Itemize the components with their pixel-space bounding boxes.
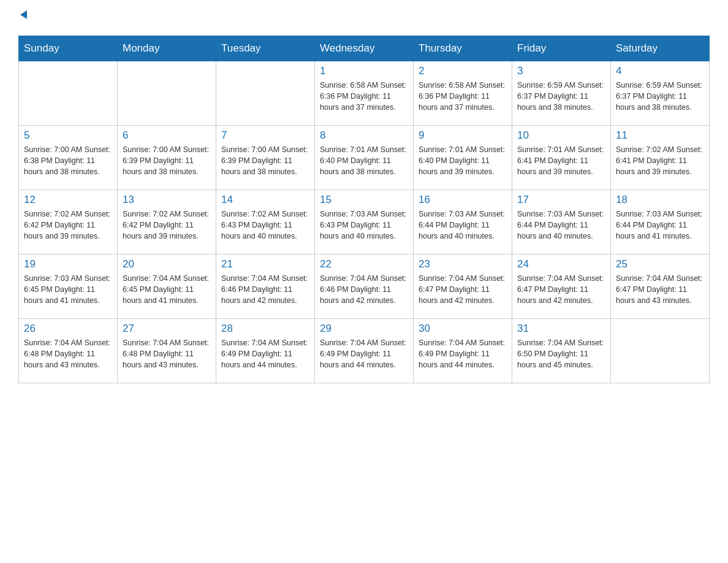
day-number: 6 [123, 129, 211, 142]
day-info: Sunrise: 6:58 AM Sunset: 6:36 PM Dayligh… [419, 80, 507, 113]
day-number: 28 [221, 323, 309, 335]
day-info: Sunrise: 7:01 AM Sunset: 6:40 PM Dayligh… [419, 144, 507, 177]
calendar-cell [216, 61, 315, 126]
header-row: SundayMondayTuesdayWednesdayThursdayFrid… [19, 36, 710, 61]
day-number: 2 [419, 65, 507, 77]
day-info: Sunrise: 7:04 AM Sunset: 6:45 PM Dayligh… [123, 273, 211, 306]
calendar-cell: 13Sunrise: 7:02 AM Sunset: 6:42 PM Dayli… [118, 190, 216, 255]
day-number: 24 [517, 258, 605, 270]
day-number: 4 [616, 65, 704, 77]
day-number: 1 [320, 65, 408, 77]
calendar-cell: 22Sunrise: 7:04 AM Sunset: 6:46 PM Dayli… [315, 255, 414, 319]
day-info: Sunrise: 7:01 AM Sunset: 6:41 PM Dayligh… [517, 144, 605, 177]
day-info: Sunrise: 7:04 AM Sunset: 6:48 PM Dayligh… [24, 337, 112, 370]
day-info: Sunrise: 6:59 AM Sunset: 6:37 PM Dayligh… [517, 80, 605, 113]
calendar-cell: 24Sunrise: 7:04 AM Sunset: 6:47 PM Dayli… [512, 255, 611, 319]
calendar-cell: 27Sunrise: 7:04 AM Sunset: 6:48 PM Dayli… [118, 319, 216, 383]
calendar-cell: 19Sunrise: 7:03 AM Sunset: 6:45 PM Dayli… [19, 255, 118, 319]
day-info: Sunrise: 7:04 AM Sunset: 6:47 PM Dayligh… [517, 273, 605, 306]
calendar-cell: 21Sunrise: 7:04 AM Sunset: 6:46 PM Dayli… [216, 255, 315, 319]
day-number: 30 [419, 323, 507, 335]
day-info: Sunrise: 7:04 AM Sunset: 6:46 PM Dayligh… [320, 273, 408, 306]
day-number: 3 [517, 65, 605, 77]
day-number: 31 [517, 323, 605, 335]
day-header-tuesday: Tuesday [216, 36, 315, 61]
calendar-cell: 5Sunrise: 7:00 AM Sunset: 6:38 PM Daylig… [19, 126, 118, 190]
day-info: Sunrise: 7:03 AM Sunset: 6:44 PM Dayligh… [419, 209, 507, 242]
day-header-thursday: Thursday [414, 36, 512, 61]
day-info: Sunrise: 7:04 AM Sunset: 6:49 PM Dayligh… [221, 337, 309, 370]
calendar-cell: 1Sunrise: 6:58 AM Sunset: 6:36 PM Daylig… [315, 61, 414, 126]
calendar-cell: 9Sunrise: 7:01 AM Sunset: 6:40 PM Daylig… [414, 126, 512, 190]
week-row-5: 26Sunrise: 7:04 AM Sunset: 6:48 PM Dayli… [19, 319, 710, 383]
day-info: Sunrise: 7:04 AM Sunset: 6:50 PM Dayligh… [517, 337, 605, 370]
day-number: 19 [24, 258, 112, 270]
day-info: Sunrise: 7:03 AM Sunset: 6:45 PM Dayligh… [24, 273, 112, 306]
day-number: 14 [221, 194, 309, 206]
calendar-cell: 6Sunrise: 7:00 AM Sunset: 6:39 PM Daylig… [118, 126, 216, 190]
day-info: Sunrise: 7:00 AM Sunset: 6:39 PM Dayligh… [221, 144, 309, 177]
calendar-cell [611, 319, 710, 383]
day-info: Sunrise: 6:59 AM Sunset: 6:37 PM Dayligh… [616, 80, 704, 113]
day-info: Sunrise: 7:04 AM Sunset: 6:49 PM Dayligh… [320, 337, 408, 370]
week-row-4: 19Sunrise: 7:03 AM Sunset: 6:45 PM Dayli… [19, 255, 710, 319]
calendar-cell: 2Sunrise: 6:58 AM Sunset: 6:36 PM Daylig… [414, 61, 512, 126]
week-row-3: 12Sunrise: 7:02 AM Sunset: 6:42 PM Dayli… [19, 190, 710, 255]
calendar-cell [19, 61, 118, 126]
day-number: 27 [123, 323, 211, 335]
day-info: Sunrise: 7:03 AM Sunset: 6:44 PM Dayligh… [616, 209, 704, 242]
week-row-2: 5Sunrise: 7:00 AM Sunset: 6:38 PM Daylig… [19, 126, 710, 190]
day-number: 17 [517, 194, 605, 206]
day-number: 16 [419, 194, 507, 206]
calendar-cell: 8Sunrise: 7:01 AM Sunset: 6:40 PM Daylig… [315, 126, 414, 190]
day-number: 11 [616, 129, 704, 142]
day-number: 21 [221, 258, 309, 270]
day-info: Sunrise: 7:04 AM Sunset: 6:49 PM Dayligh… [419, 337, 507, 370]
calendar-cell: 20Sunrise: 7:04 AM Sunset: 6:45 PM Dayli… [118, 255, 216, 319]
day-info: Sunrise: 7:04 AM Sunset: 6:47 PM Dayligh… [419, 273, 507, 306]
calendar-cell: 29Sunrise: 7:04 AM Sunset: 6:49 PM Dayli… [315, 319, 414, 383]
day-info: Sunrise: 7:00 AM Sunset: 6:38 PM Dayligh… [24, 144, 112, 177]
calendar-cell: 10Sunrise: 7:01 AM Sunset: 6:41 PM Dayli… [512, 126, 611, 190]
calendar-cell: 14Sunrise: 7:02 AM Sunset: 6:43 PM Dayli… [216, 190, 315, 255]
calendar-cell: 26Sunrise: 7:04 AM Sunset: 6:48 PM Dayli… [19, 319, 118, 383]
day-number: 8 [320, 129, 408, 142]
day-number: 5 [24, 129, 112, 142]
calendar-cell: 30Sunrise: 7:04 AM Sunset: 6:49 PM Dayli… [414, 319, 512, 383]
day-info: Sunrise: 7:01 AM Sunset: 6:40 PM Dayligh… [320, 144, 408, 177]
day-number: 13 [123, 194, 211, 206]
calendar-cell: 4Sunrise: 6:59 AM Sunset: 6:37 PM Daylig… [611, 61, 710, 126]
day-info: Sunrise: 7:00 AM Sunset: 6:39 PM Dayligh… [123, 144, 211, 177]
day-number: 15 [320, 194, 408, 206]
day-info: Sunrise: 6:58 AM Sunset: 6:36 PM Dayligh… [320, 80, 408, 113]
calendar-table: SundayMondayTuesdayWednesdayThursdayFrid… [18, 36, 710, 383]
day-number: 26 [24, 323, 112, 335]
calendar-cell: 15Sunrise: 7:03 AM Sunset: 6:43 PM Dayli… [315, 190, 414, 255]
week-row-1: 1Sunrise: 6:58 AM Sunset: 6:36 PM Daylig… [19, 61, 710, 126]
day-info: Sunrise: 7:02 AM Sunset: 6:41 PM Dayligh… [616, 144, 704, 177]
day-header-friday: Friday [512, 36, 611, 61]
day-number: 7 [221, 129, 309, 142]
day-number: 29 [320, 323, 408, 335]
day-info: Sunrise: 7:04 AM Sunset: 6:46 PM Dayligh… [221, 273, 309, 306]
page-header [18, 12, 710, 23]
day-header-saturday: Saturday [611, 36, 710, 61]
day-info: Sunrise: 7:02 AM Sunset: 6:42 PM Dayligh… [24, 209, 112, 242]
calendar-cell: 31Sunrise: 7:04 AM Sunset: 6:50 PM Dayli… [512, 319, 611, 383]
calendar-cell: 23Sunrise: 7:04 AM Sunset: 6:47 PM Dayli… [414, 255, 512, 319]
day-info: Sunrise: 7:02 AM Sunset: 6:43 PM Dayligh… [221, 209, 309, 242]
day-number: 12 [24, 194, 112, 206]
day-header-sunday: Sunday [19, 36, 118, 61]
day-info: Sunrise: 7:02 AM Sunset: 6:42 PM Dayligh… [123, 209, 211, 242]
day-number: 23 [419, 258, 507, 270]
day-header-monday: Monday [118, 36, 216, 61]
day-number: 9 [419, 129, 507, 142]
day-number: 18 [616, 194, 704, 206]
calendar-cell: 7Sunrise: 7:00 AM Sunset: 6:39 PM Daylig… [216, 126, 315, 190]
day-info: Sunrise: 7:04 AM Sunset: 6:48 PM Dayligh… [123, 337, 211, 370]
day-number: 22 [320, 258, 408, 270]
day-number: 10 [517, 129, 605, 142]
day-info: Sunrise: 7:03 AM Sunset: 6:43 PM Dayligh… [320, 209, 408, 242]
day-info: Sunrise: 7:03 AM Sunset: 6:44 PM Dayligh… [517, 209, 605, 242]
logo-arrow-icon [20, 10, 27, 19]
